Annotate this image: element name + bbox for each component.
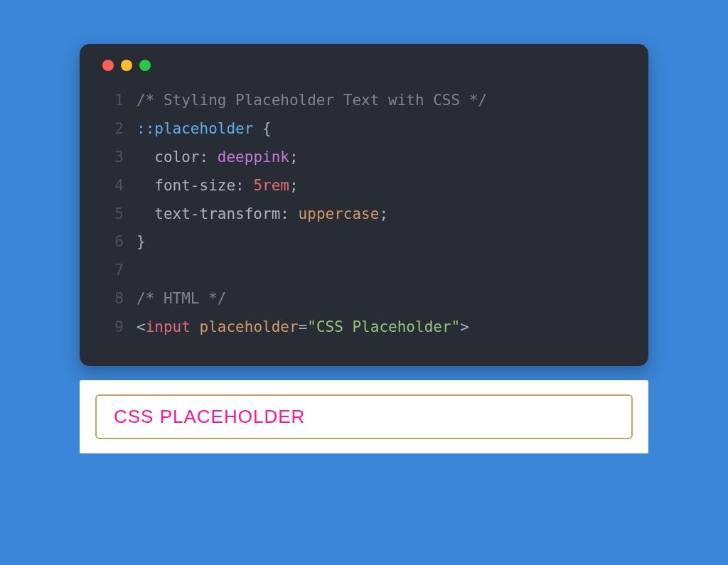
line-content — [136, 257, 146, 285]
code-token: placeholder — [200, 318, 299, 335]
line-content: } — [136, 228, 146, 257]
code-token: ; — [289, 149, 299, 166]
code-token: /* Styling Placeholder Text with CSS */ — [136, 92, 487, 109]
code-token: { — [253, 120, 271, 137]
code-token: color — [136, 149, 200, 166]
code-token: < — [136, 318, 146, 335]
code-line: 4 font-size: 5rem; — [100, 172, 628, 200]
code-token: > — [460, 318, 469, 335]
code-token: : — [200, 149, 218, 166]
code-token: uppercase — [299, 205, 380, 222]
code-token: ; — [379, 205, 388, 222]
code-line: 8/* HTML */ — [100, 285, 628, 313]
code-line: 6} — [100, 228, 628, 257]
line-content: text-transform: uppercase; — [136, 200, 388, 229]
code-token: } — [136, 233, 146, 250]
code-line: 2::placeholder { — [100, 115, 628, 144]
code-token: font-size — [136, 177, 235, 194]
code-block: 1/* Styling Placeholder Text with CSS */… — [100, 87, 628, 342]
code-token: : — [235, 177, 253, 194]
line-content: /* Styling Placeholder Text with CSS */ — [136, 87, 487, 115]
line-number: 2 — [100, 115, 124, 144]
code-editor-window: 1/* Styling Placeholder Text with CSS */… — [80, 44, 648, 366]
code-line: 7 — [100, 257, 628, 285]
code-token: ; — [289, 177, 299, 194]
line-number: 8 — [100, 285, 124, 313]
placeholder-demo-input[interactable] — [95, 394, 633, 439]
code-token: : — [280, 205, 298, 222]
code-token — [136, 262, 146, 279]
code-line: 5 text-transform: uppercase; — [100, 200, 628, 229]
line-content: color: deeppink; — [136, 144, 299, 172]
code-token: input — [146, 318, 191, 335]
code-token: "CSS Placeholder" — [307, 318, 460, 335]
code-token — [191, 318, 200, 335]
line-content: ::placeholder { — [136, 115, 272, 144]
line-number: 5 — [100, 200, 124, 229]
line-content: <input placeholder="CSS Placeholder"> — [136, 313, 469, 342]
code-line: 1/* Styling Placeholder Text with CSS */ — [100, 87, 628, 115]
code-line: 9<input placeholder="CSS Placeholder"> — [100, 313, 628, 342]
minimize-icon[interactable] — [121, 60, 132, 71]
line-number: 3 — [100, 144, 124, 172]
window-controls — [100, 60, 628, 71]
line-number: 7 — [100, 257, 124, 285]
maximize-icon[interactable] — [139, 60, 151, 71]
close-icon[interactable] — [102, 60, 114, 71]
code-token: deeppink — [218, 149, 289, 166]
preview-panel — [80, 380, 648, 453]
line-content: font-size: 5rem; — [136, 172, 299, 200]
code-token: = — [299, 318, 308, 335]
line-number: 1 — [100, 87, 124, 115]
code-token: text-transform — [136, 205, 280, 222]
line-number: 9 — [100, 313, 124, 342]
line-number: 4 — [100, 172, 124, 200]
line-content: /* HTML */ — [136, 285, 226, 313]
code-line: 3 color: deeppink; — [100, 144, 628, 172]
line-number: 6 — [100, 228, 124, 257]
code-token: 5rem — [253, 177, 289, 194]
code-token: ::placeholder — [136, 120, 253, 137]
code-token: /* HTML */ — [136, 290, 226, 307]
